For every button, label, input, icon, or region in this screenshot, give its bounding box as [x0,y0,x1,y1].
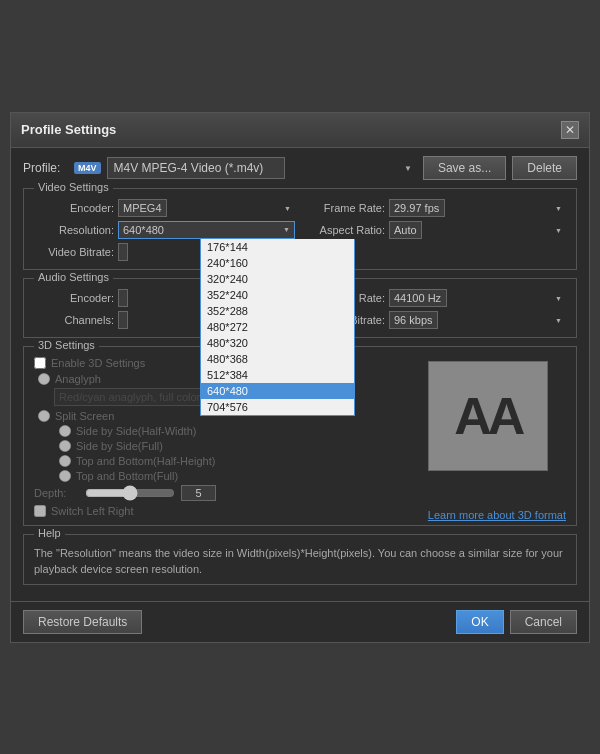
top-bottom-half-label: Top and Bottom(Half-Height) [76,455,215,467]
profile-select-wrapper: M4V MPEG-4 Video (*.m4v) [107,157,417,179]
dialog-footer: Restore Defaults OK Cancel [11,601,589,642]
aspect-ratio-row: Aspect Ratio: Auto [305,221,566,239]
resolution-option[interactable]: 480*320 [201,335,354,351]
save-as-button[interactable]: Save as... [423,156,506,180]
side-by-side-full-row: Side by Side(Full) [59,440,420,452]
frame-rate-row: Frame Rate: 29.97 fps [305,199,566,217]
resolution-row: Resolution: 640*480 ▼ 176*144240*160320*… [34,221,295,239]
resolution-option[interactable]: 640*480 [201,383,354,399]
channels-label: Channels: [34,314,114,326]
top-bottom-full-row: Top and Bottom(Full) [59,470,420,482]
resolution-option[interactable]: 512*384 [201,367,354,383]
three-d-right: AA Learn more about 3D format [428,357,566,521]
learn-more-link[interactable]: Learn more about 3D format [428,509,566,521]
restore-defaults-button[interactable]: Restore Defaults [23,610,142,634]
resolution-dropdown: 176*144240*160320*240352*240352*288480*2… [200,239,355,416]
split-screen-options: Side by Side(Half-Width) Side by Side(Fu… [59,425,420,482]
resolution-option[interactable]: 352*240 [201,287,354,303]
anaglyph-select[interactable]: Red/cyan anaglyph, full color [54,388,214,406]
resolution-value: 640*480 [123,224,283,236]
enable-3d-checkbox[interactable] [34,357,46,369]
split-screen-radio[interactable] [38,410,50,422]
resolution-option[interactable]: 176*144 [201,239,354,255]
encoder-label: Encoder: [34,202,114,214]
cancel-button[interactable]: Cancel [510,610,577,634]
dialog-body: Profile: M4V M4V MPEG-4 Video (*.m4v) Sa… [11,148,589,601]
resolution-option[interactable]: 352*288 [201,303,354,319]
encoder-row: Encoder: MPEG4 [34,199,295,217]
resolution-input-box[interactable]: 640*480 ▼ [118,221,295,239]
help-title: Help [34,527,65,539]
preview-box: AA [428,361,548,471]
top-bottom-half-row: Top and Bottom(Half-Height) [59,455,420,467]
channels-select[interactable] [118,311,128,329]
enable-3d-label: Enable 3D Settings [51,357,145,369]
aspect-ratio-label: Aspect Ratio: [305,224,385,236]
footer-right-buttons: OK Cancel [456,610,577,634]
frame-rate-label: Frame Rate: [305,202,385,214]
profile-select[interactable]: M4V MPEG-4 Video (*.m4v) [107,157,285,179]
top-bottom-full-label: Top and Bottom(Full) [76,470,178,482]
switch-lr-row: Switch Left Right [34,505,420,517]
switch-lr-label: Switch Left Right [51,505,134,517]
audio-settings-title: Audio Settings [34,271,113,283]
split-screen-label: Split Screen [55,410,114,422]
encoder-select[interactable]: MPEG4 [118,199,167,217]
encoder-select-wrapper: MPEG4 [118,199,295,217]
resolution-option[interactable]: 320*240 [201,271,354,287]
resolution-option[interactable]: 480*368 [201,351,354,367]
depth-label: Depth: [34,487,79,499]
resolution-dropdown-container: 640*480 ▼ 176*144240*160320*240352*24035… [118,221,295,239]
frame-rate-select[interactable]: 29.97 fps [389,199,445,217]
help-text: The "Resolution" means the video size in… [34,545,566,578]
aspect-ratio-select-wrapper: Auto [389,221,566,239]
side-by-side-full-radio[interactable] [59,440,71,452]
anaglyph-label: Anaglyph [55,373,101,385]
ok-button[interactable]: OK [456,610,503,634]
resolution-option[interactable]: 240*160 [201,255,354,271]
resolution-label: Resolution: [34,224,114,236]
video-settings-section: Video Settings Encoder: MPEG4 Frame Rate… [23,188,577,270]
audio-encoder-label: Encoder: [34,292,114,304]
video-settings-title: Video Settings [34,181,113,193]
preview-text: AA [454,386,521,446]
anaglyph-radio[interactable] [38,373,50,385]
profile-badge: M4V [74,162,101,174]
profile-settings-dialog: Profile Settings ✕ Profile: M4V M4V MPEG… [10,112,590,643]
side-by-side-half-label: Side by Side(Half-Width) [76,425,196,437]
sample-rate-select[interactable]: 44100 Hz [389,289,447,307]
anaglyph-select-wrapper: Red/cyan anaglyph, full color [54,388,214,406]
frame-rate-select-wrapper: 29.97 fps [389,199,566,217]
profile-label: Profile: [23,161,68,175]
resolution-option[interactable]: 704*576 [201,399,354,415]
depth-slider[interactable] [85,485,175,501]
audio-bitrate-select[interactable]: 96 kbps [389,311,438,329]
sample-rate-select-wrapper: 44100 Hz [389,289,566,307]
dialog-title: Profile Settings [21,122,116,137]
depth-row: Depth: [34,485,420,501]
profile-row: Profile: M4V M4V MPEG-4 Video (*.m4v) Sa… [23,156,577,180]
top-bottom-half-radio[interactable] [59,455,71,467]
three-d-settings-title: 3D Settings [34,339,99,351]
title-bar: Profile Settings ✕ [11,113,589,148]
aspect-ratio-select[interactable]: Auto [389,221,422,239]
top-bottom-full-radio[interactable] [59,470,71,482]
side-by-side-half-row: Side by Side(Half-Width) [59,425,420,437]
audio-encoder-select[interactable] [118,289,128,307]
help-section: Help The "Resolution" means the video si… [23,534,577,585]
side-by-side-half-radio[interactable] [59,425,71,437]
resolution-dropdown-arrow: ▼ [283,226,290,233]
close-button[interactable]: ✕ [561,121,579,139]
switch-lr-checkbox[interactable] [34,505,46,517]
audio-bitrate-select-wrapper: 96 kbps [389,311,566,329]
video-bitrate-label: Video Bitrate: [34,246,114,258]
side-by-side-full-label: Side by Side(Full) [76,440,163,452]
delete-button[interactable]: Delete [512,156,577,180]
depth-value-input[interactable] [181,485,216,501]
resolution-outer: Resolution: 640*480 ▼ 176*144240*160320*… [34,221,566,239]
resolution-option[interactable]: 480*272 [201,319,354,335]
video-bitrate-select[interactable] [118,243,128,261]
